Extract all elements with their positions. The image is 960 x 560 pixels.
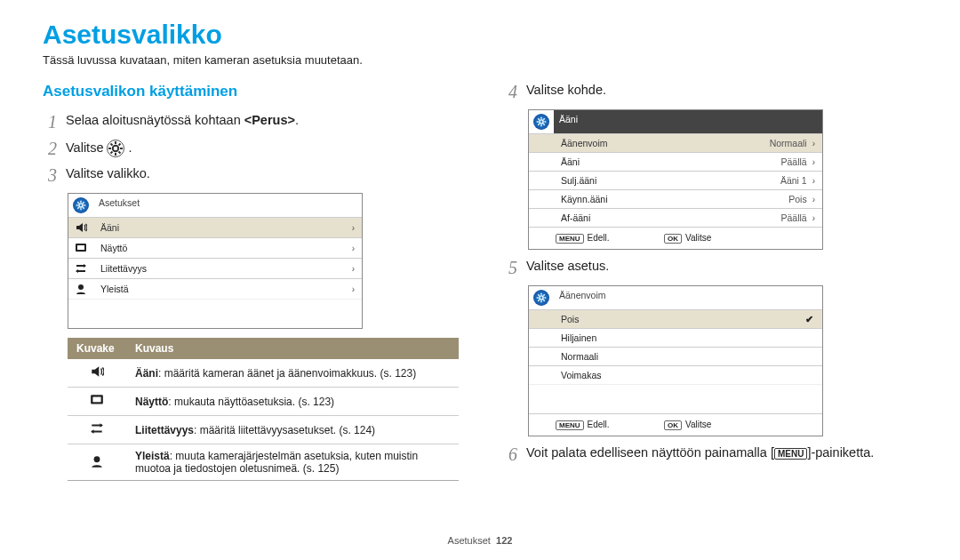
ok-badge: OK (664, 234, 682, 244)
speaker-icon (75, 221, 87, 234)
camera-menu-sound: Ääni Äänenvoim Normaali › Ääni Päällä › … (528, 109, 823, 250)
chevron-right-icon: › (812, 172, 822, 189)
table-row: Näyttö: mukauta näyttöasetuksia. (s. 123… (68, 388, 459, 416)
menu-item-volume[interactable]: Äänenvoim Normaali › (529, 133, 822, 152)
menu-item-af-sound[interactable]: Af-ääni Päällä › (529, 208, 822, 227)
option-loud[interactable]: Voimakas (529, 365, 822, 384)
table-row: Ääni: määritä kameran äänet ja äänenvoim… (68, 359, 459, 388)
option-quiet[interactable]: Hiljainen (529, 328, 822, 347)
connectivity-icon (90, 421, 104, 436)
chevron-right-icon: › (352, 240, 362, 257)
step-1: 1 Selaa aloitusnäytössä kohtaan <Perus>. (43, 113, 459, 131)
user-icon (75, 283, 87, 295)
menu-title: Ääni (554, 110, 822, 133)
menu-item-display[interactable]: Näyttö › (68, 237, 362, 258)
chevron-right-icon: › (812, 135, 822, 152)
menu-item-startup[interactable]: Käynn.ääni Pois › (529, 189, 822, 208)
connectivity-icon (75, 262, 87, 275)
option-normal[interactable]: Normaali (529, 347, 822, 365)
screen-icon (90, 393, 104, 407)
table-row: Liitettävyys: määritä liitettävyysasetuk… (68, 416, 459, 444)
table-header-desc: Kuvaus (126, 338, 459, 359)
chevron-right-icon: › (812, 210, 822, 227)
menu-item-beep[interactable]: Ääni Päällä › (529, 152, 822, 171)
table-row: Yleistä: muuta kamerajärjestelmän asetuk… (68, 444, 459, 481)
option-off[interactable]: Pois ✔ (529, 309, 822, 328)
chevron-right-icon: › (352, 281, 362, 298)
menu-title: Asetukset (93, 194, 362, 217)
page-intro: Tässä luvussa kuvataan, miten kameran as… (43, 53, 917, 67)
menu-item-sound[interactable]: Ääni › (68, 217, 362, 237)
menu-item-connectivity[interactable]: Liitettävyys › (68, 258, 362, 278)
gear-icon (533, 290, 549, 306)
speaker-icon (90, 364, 104, 379)
camera-menu-settings: Asetukset Ääni › Näyttö › Liitettävyys › (68, 193, 363, 329)
gear-icon (533, 114, 549, 130)
menu-item-shutter[interactable]: Sulj.ääni Ääni 1 › (529, 171, 822, 189)
camera-menu-volume: Äänenvoim Pois ✔ Hiljainen Normaali (528, 285, 823, 436)
step-3: 3 Valitse valikko. (43, 166, 459, 184)
chevron-right-icon: › (352, 220, 362, 236)
screen-icon (75, 242, 87, 254)
section-heading: Asetusvalikon käyttäminen (43, 83, 459, 100)
gear-icon (73, 197, 89, 213)
step-5: 5 Valitse asetus. (503, 259, 917, 276)
page-footer: Asetukset 122 (0, 535, 960, 546)
step-2: 2 Valitse . (43, 140, 459, 157)
menu-badge: MENU (556, 234, 584, 244)
page-title: Asetusvalikko (43, 20, 917, 50)
step-4: 4 Valitse kohde. (503, 83, 917, 100)
ok-badge: OK (664, 420, 682, 430)
menu-badge: MENU (556, 420, 584, 430)
menu-badge: MENU (774, 448, 807, 460)
check-icon: ✔ (796, 314, 822, 324)
menu-item-general[interactable]: Yleistä › (68, 278, 362, 299)
chevron-right-icon: › (352, 260, 362, 277)
menu-title: Äänenvoim (554, 286, 822, 309)
user-icon (90, 454, 104, 468)
table-header-icon: Kuvake (68, 338, 126, 359)
chevron-right-icon: › (812, 191, 822, 208)
chevron-right-icon: › (812, 154, 822, 171)
icon-description-table: Kuvake Kuvaus Ääni: määritä kameran ääne… (68, 338, 459, 481)
step-6: 6 Voit palata edelliseen näyttöön painam… (503, 445, 917, 463)
gear-icon (107, 140, 124, 157)
